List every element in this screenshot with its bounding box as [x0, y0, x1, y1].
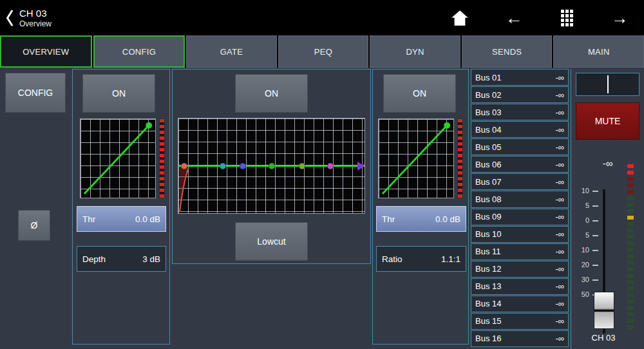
peq-panel: ON Lowcut — [172, 69, 371, 264]
bus-row[interactable]: Bus 12-∞ — [471, 261, 569, 278]
dyn-on-button[interactable]: ON — [383, 74, 456, 113]
bus-row[interactable]: Bus 11-∞ — [471, 243, 569, 260]
meter-segment — [627, 319, 634, 323]
gate-on-button[interactable]: ON — [82, 74, 155, 113]
sends-bus-list: Bus 01-∞Bus 02-∞Bus 03-∞Bus 04-∞Bus 05-∞… — [471, 69, 569, 347]
peq-band-marker-3[interactable] — [240, 163, 246, 169]
fader-scale-label: 5 — [574, 202, 589, 209]
bus-name: Bus 08 — [475, 194, 501, 204]
lowcut-button[interactable]: Lowcut — [235, 222, 308, 261]
meter-segment — [627, 222, 634, 226]
peq-band-marker-1[interactable] — [181, 163, 187, 169]
dyn-threshold-field[interactable]: Thr 0.0 dB — [376, 206, 466, 232]
meter-segment — [627, 209, 634, 213]
bus-row[interactable]: Bus 06-∞ — [471, 156, 569, 173]
tab-peq[interactable]: PEQ — [278, 35, 369, 68]
meter-segment — [627, 216, 634, 220]
dyn-graph[interactable] — [378, 118, 454, 198]
gate-graph[interactable] — [80, 118, 156, 198]
back-button[interactable]: CH 03 Overview — [5, 5, 52, 32]
meter-segment — [627, 267, 634, 271]
meter-segment — [627, 229, 634, 232]
top-bar: CH 03 Overview ← → — [0, 0, 644, 35]
fader-scale-label: 0 — [574, 216, 589, 224]
bus-name: Bus 15 — [475, 316, 501, 326]
bus-name: Bus 03 — [475, 108, 501, 117]
bus-row[interactable]: Bus 01-∞ — [471, 69, 569, 86]
dyn-meter — [457, 118, 463, 198]
bus-name: Bus 10 — [475, 229, 501, 239]
gate-threshold-value: 0.0 dB — [135, 214, 160, 224]
fader-scale-label: 10 — [574, 187, 589, 194]
bus-row[interactable]: Bus 09-∞ — [471, 209, 569, 225]
bus-row[interactable]: Bus 02-∞ — [471, 86, 569, 103]
fader-handle[interactable] — [594, 292, 614, 329]
tab-overview[interactable]: OVERVIEW — [0, 35, 92, 68]
meter-segment — [627, 171, 634, 174]
bus-row[interactable]: Bus 14-∞ — [471, 296, 569, 312]
fader-scale-tick — [592, 235, 598, 236]
bus-row[interactable]: Bus 07-∞ — [471, 173, 569, 190]
peq-band-marker-2[interactable] — [220, 163, 226, 169]
meter-segment — [627, 164, 634, 168]
bus-row[interactable]: Bus 04-∞ — [471, 121, 569, 138]
next-button[interactable]: → — [608, 7, 631, 29]
meter-segment — [627, 241, 634, 245]
meter-segment — [627, 248, 634, 252]
config-column: CONFIG Ø — [0, 68, 71, 349]
bus-row[interactable]: Bus 03-∞ — [471, 104, 569, 120]
bus-send-level: -∞ — [555, 229, 564, 239]
fader-scale-tick — [592, 265, 598, 266]
bus-name: Bus 07 — [475, 177, 501, 187]
fader-scale-tick — [592, 205, 598, 207]
gate-meter — [159, 118, 165, 198]
gate-threshold-field[interactable]: Thr 0.0 dB — [77, 206, 166, 232]
bus-row[interactable]: Bus 08-∞ — [471, 191, 569, 207]
peq-band-marker-4[interactable] — [269, 163, 275, 169]
bus-name: Bus 05 — [475, 142, 501, 152]
fader-scale-label: 50 — [574, 290, 589, 298]
meter-segment — [627, 293, 634, 297]
bus-row[interactable]: Bus 10-∞ — [471, 226, 569, 243]
bus-row[interactable]: Bus 05-∞ — [471, 138, 569, 155]
tab-main[interactable]: MAIN — [553, 35, 644, 68]
config-button[interactable]: CONFIG — [5, 73, 66, 113]
peq-band-marker-6[interactable] — [327, 163, 334, 169]
tab-sends[interactable]: SENDS — [462, 35, 553, 68]
phase-invert-button[interactable]: Ø — [18, 210, 50, 241]
peq-band-marker-7[interactable] — [357, 162, 365, 171]
tab-config[interactable]: CONFIG — [93, 35, 185, 68]
peq-on-button[interactable]: ON — [235, 74, 308, 113]
meter-segment — [627, 235, 634, 239]
dyn-threshold-value: 0.0 dB — [435, 214, 460, 224]
meter-segment — [627, 184, 634, 187]
meter-segment — [627, 280, 634, 284]
mute-button[interactable]: MUTE — [576, 102, 639, 140]
main-fader-panel: MUTE -∞ 1050510203050 CH 03 — [571, 69, 644, 349]
gate-depth-field[interactable]: Depth 3 dB — [77, 246, 166, 272]
bus-row[interactable]: Bus 16-∞ — [471, 330, 569, 347]
pan-indicator — [607, 75, 609, 93]
bus-row[interactable]: Bus 15-∞ — [471, 313, 569, 330]
bus-send-level: -∞ — [555, 90, 564, 100]
bus-send-level: -∞ — [555, 299, 564, 308]
peq-band-marker-5[interactable] — [299, 163, 305, 169]
dyn-ratio-field[interactable]: Ratio 1.1:1 — [376, 246, 466, 272]
fader-scale-label: 20 — [574, 261, 589, 269]
tab-dyn[interactable]: DYN — [370, 35, 460, 68]
fader-scale-label: 10 — [574, 246, 589, 254]
bus-send-level: -∞ — [555, 73, 564, 82]
bus-send-level: -∞ — [555, 125, 564, 135]
prev-button[interactable]: ← — [502, 7, 526, 29]
bus-name: Bus 02 — [475, 90, 501, 100]
bus-row[interactable]: Bus 13-∞ — [471, 278, 569, 295]
dyn-threshold-label: Thr — [382, 214, 395, 224]
tab-gate[interactable]: GATE — [186, 35, 277, 68]
scenes-button[interactable] — [555, 7, 578, 29]
fader-scale-label: 30 — [574, 276, 589, 283]
pan-control[interactable] — [576, 73, 639, 96]
peq-graph[interactable] — [178, 118, 365, 214]
home-button[interactable] — [448, 7, 471, 29]
bus-send-level: -∞ — [555, 142, 564, 152]
meter-segment — [627, 177, 634, 181]
